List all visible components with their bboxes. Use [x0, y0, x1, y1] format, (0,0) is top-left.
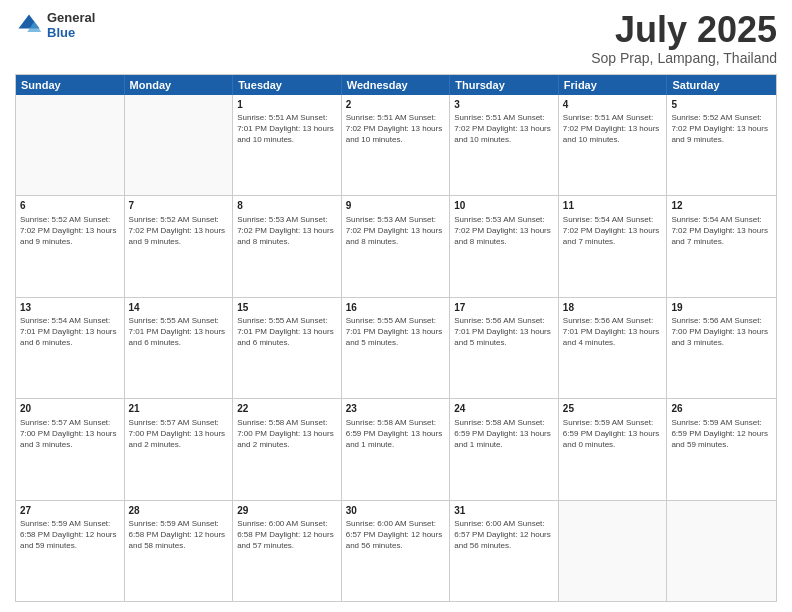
- logo-general-text: General: [47, 10, 95, 25]
- calendar-row-4: 20Sunrise: 5:57 AM Sunset: 7:00 PM Dayli…: [16, 399, 776, 500]
- calendar-day-29: 29Sunrise: 6:00 AM Sunset: 6:58 PM Dayli…: [233, 501, 342, 601]
- day-number: 13: [20, 301, 120, 315]
- page: General Blue July 2025 Sop Prap, Lampang…: [0, 0, 792, 612]
- day-detail: Sunrise: 5:53 AM Sunset: 7:02 PM Dayligh…: [454, 214, 554, 248]
- day-number: 23: [346, 402, 446, 416]
- day-detail: Sunrise: 5:59 AM Sunset: 6:59 PM Dayligh…: [563, 417, 663, 451]
- day-number: 21: [129, 402, 229, 416]
- calendar-day-4: 4Sunrise: 5:51 AM Sunset: 7:02 PM Daylig…: [559, 95, 668, 195]
- day-number: 19: [671, 301, 772, 315]
- calendar-day-17: 17Sunrise: 5:56 AM Sunset: 7:01 PM Dayli…: [450, 298, 559, 398]
- calendar-day-3: 3Sunrise: 5:51 AM Sunset: 7:02 PM Daylig…: [450, 95, 559, 195]
- day-number: 24: [454, 402, 554, 416]
- day-detail: Sunrise: 5:54 AM Sunset: 7:01 PM Dayligh…: [20, 315, 120, 349]
- calendar-day-13: 13Sunrise: 5:54 AM Sunset: 7:01 PM Dayli…: [16, 298, 125, 398]
- calendar-day-16: 16Sunrise: 5:55 AM Sunset: 7:01 PM Dayli…: [342, 298, 451, 398]
- calendar-day-18: 18Sunrise: 5:56 AM Sunset: 7:01 PM Dayli…: [559, 298, 668, 398]
- day-number: 9: [346, 199, 446, 213]
- header-day-monday: Monday: [125, 75, 234, 95]
- day-number: 16: [346, 301, 446, 315]
- day-number: 7: [129, 199, 229, 213]
- calendar-day-6: 6Sunrise: 5:52 AM Sunset: 7:02 PM Daylig…: [16, 196, 125, 296]
- calendar-day-28: 28Sunrise: 5:59 AM Sunset: 6:58 PM Dayli…: [125, 501, 234, 601]
- day-number: 3: [454, 98, 554, 112]
- day-detail: Sunrise: 5:54 AM Sunset: 7:02 PM Dayligh…: [563, 214, 663, 248]
- header-day-saturday: Saturday: [667, 75, 776, 95]
- calendar-day-19: 19Sunrise: 5:56 AM Sunset: 7:00 PM Dayli…: [667, 298, 776, 398]
- day-number: 15: [237, 301, 337, 315]
- day-detail: Sunrise: 5:55 AM Sunset: 7:01 PM Dayligh…: [237, 315, 337, 349]
- day-detail: Sunrise: 5:53 AM Sunset: 7:02 PM Dayligh…: [237, 214, 337, 248]
- calendar-row-5: 27Sunrise: 5:59 AM Sunset: 6:58 PM Dayli…: [16, 501, 776, 601]
- month-title: July 2025: [591, 10, 777, 50]
- day-number: 8: [237, 199, 337, 213]
- day-number: 1: [237, 98, 337, 112]
- header-day-tuesday: Tuesday: [233, 75, 342, 95]
- calendar-day-25: 25Sunrise: 5:59 AM Sunset: 6:59 PM Dayli…: [559, 399, 668, 499]
- day-detail: Sunrise: 6:00 AM Sunset: 6:57 PM Dayligh…: [454, 518, 554, 552]
- title-block: July 2025 Sop Prap, Lampang, Thailand: [591, 10, 777, 66]
- calendar-header: SundayMondayTuesdayWednesdayThursdayFrid…: [16, 75, 776, 95]
- calendar-body: 1Sunrise: 5:51 AM Sunset: 7:01 PM Daylig…: [16, 95, 776, 601]
- day-detail: Sunrise: 5:55 AM Sunset: 7:01 PM Dayligh…: [129, 315, 229, 349]
- day-number: 12: [671, 199, 772, 213]
- calendar-day-14: 14Sunrise: 5:55 AM Sunset: 7:01 PM Dayli…: [125, 298, 234, 398]
- header-day-wednesday: Wednesday: [342, 75, 451, 95]
- logo: General Blue: [15, 10, 95, 40]
- day-detail: Sunrise: 5:51 AM Sunset: 7:02 PM Dayligh…: [563, 112, 663, 146]
- day-detail: Sunrise: 5:56 AM Sunset: 7:00 PM Dayligh…: [671, 315, 772, 349]
- day-number: 17: [454, 301, 554, 315]
- day-detail: Sunrise: 5:55 AM Sunset: 7:01 PM Dayligh…: [346, 315, 446, 349]
- calendar-day-5: 5Sunrise: 5:52 AM Sunset: 7:02 PM Daylig…: [667, 95, 776, 195]
- header: General Blue July 2025 Sop Prap, Lampang…: [15, 10, 777, 66]
- calendar-day-empty: [125, 95, 234, 195]
- header-day-thursday: Thursday: [450, 75, 559, 95]
- day-detail: Sunrise: 5:59 AM Sunset: 6:59 PM Dayligh…: [671, 417, 772, 451]
- logo-icon: [15, 11, 43, 39]
- calendar-day-8: 8Sunrise: 5:53 AM Sunset: 7:02 PM Daylig…: [233, 196, 342, 296]
- day-number: 5: [671, 98, 772, 112]
- day-detail: Sunrise: 5:53 AM Sunset: 7:02 PM Dayligh…: [346, 214, 446, 248]
- calendar-day-9: 9Sunrise: 5:53 AM Sunset: 7:02 PM Daylig…: [342, 196, 451, 296]
- calendar-day-11: 11Sunrise: 5:54 AM Sunset: 7:02 PM Dayli…: [559, 196, 668, 296]
- day-detail: Sunrise: 6:00 AM Sunset: 6:58 PM Dayligh…: [237, 518, 337, 552]
- logo-blue-text: Blue: [47, 25, 95, 40]
- calendar-day-10: 10Sunrise: 5:53 AM Sunset: 7:02 PM Dayli…: [450, 196, 559, 296]
- day-number: 22: [237, 402, 337, 416]
- day-detail: Sunrise: 5:51 AM Sunset: 7:02 PM Dayligh…: [346, 112, 446, 146]
- day-detail: Sunrise: 5:57 AM Sunset: 7:00 PM Dayligh…: [20, 417, 120, 451]
- header-day-sunday: Sunday: [16, 75, 125, 95]
- day-detail: Sunrise: 5:52 AM Sunset: 7:02 PM Dayligh…: [20, 214, 120, 248]
- calendar-day-7: 7Sunrise: 5:52 AM Sunset: 7:02 PM Daylig…: [125, 196, 234, 296]
- day-number: 11: [563, 199, 663, 213]
- calendar-day-1: 1Sunrise: 5:51 AM Sunset: 7:01 PM Daylig…: [233, 95, 342, 195]
- day-detail: Sunrise: 5:59 AM Sunset: 6:58 PM Dayligh…: [20, 518, 120, 552]
- calendar-day-27: 27Sunrise: 5:59 AM Sunset: 6:58 PM Dayli…: [16, 501, 125, 601]
- day-number: 2: [346, 98, 446, 112]
- day-detail: Sunrise: 5:58 AM Sunset: 6:59 PM Dayligh…: [454, 417, 554, 451]
- calendar-day-24: 24Sunrise: 5:58 AM Sunset: 6:59 PM Dayli…: [450, 399, 559, 499]
- day-number: 28: [129, 504, 229, 518]
- day-detail: Sunrise: 5:57 AM Sunset: 7:00 PM Dayligh…: [129, 417, 229, 451]
- calendar-day-2: 2Sunrise: 5:51 AM Sunset: 7:02 PM Daylig…: [342, 95, 451, 195]
- day-number: 25: [563, 402, 663, 416]
- calendar: SundayMondayTuesdayWednesdayThursdayFrid…: [15, 74, 777, 602]
- calendar-day-empty: [667, 501, 776, 601]
- day-number: 4: [563, 98, 663, 112]
- calendar-day-22: 22Sunrise: 5:58 AM Sunset: 7:00 PM Dayli…: [233, 399, 342, 499]
- day-number: 29: [237, 504, 337, 518]
- calendar-row-3: 13Sunrise: 5:54 AM Sunset: 7:01 PM Dayli…: [16, 298, 776, 399]
- day-detail: Sunrise: 5:51 AM Sunset: 7:02 PM Dayligh…: [454, 112, 554, 146]
- calendar-day-20: 20Sunrise: 5:57 AM Sunset: 7:00 PM Dayli…: [16, 399, 125, 499]
- header-day-friday: Friday: [559, 75, 668, 95]
- calendar-row-2: 6Sunrise: 5:52 AM Sunset: 7:02 PM Daylig…: [16, 196, 776, 297]
- calendar-day-12: 12Sunrise: 5:54 AM Sunset: 7:02 PM Dayli…: [667, 196, 776, 296]
- day-detail: Sunrise: 5:58 AM Sunset: 7:00 PM Dayligh…: [237, 417, 337, 451]
- calendar-day-30: 30Sunrise: 6:00 AM Sunset: 6:57 PM Dayli…: [342, 501, 451, 601]
- day-detail: Sunrise: 6:00 AM Sunset: 6:57 PM Dayligh…: [346, 518, 446, 552]
- day-number: 30: [346, 504, 446, 518]
- day-detail: Sunrise: 5:54 AM Sunset: 7:02 PM Dayligh…: [671, 214, 772, 248]
- day-number: 14: [129, 301, 229, 315]
- calendar-day-empty: [16, 95, 125, 195]
- day-number: 27: [20, 504, 120, 518]
